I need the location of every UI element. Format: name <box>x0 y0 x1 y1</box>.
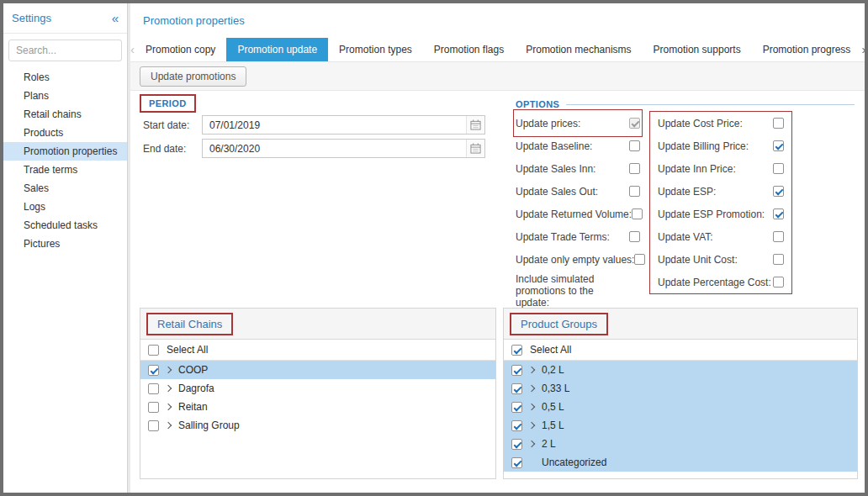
product-row-0-5l[interactable]: 0,5 L <box>504 398 857 416</box>
calendar-icon[interactable] <box>466 116 484 134</box>
update-prices-checkbox[interactable] <box>629 118 640 129</box>
option-label: Update only empty values: <box>516 254 634 266</box>
option-label: Update Cost Price: <box>658 118 743 129</box>
tab-promotion-flags[interactable]: Promotion flags <box>423 38 515 61</box>
tabs-scroll-right-icon[interactable]: › <box>861 38 865 61</box>
calendar-icon[interactable] <box>466 140 484 157</box>
update-vat-checkbox[interactable] <box>773 231 784 242</box>
expand-chevron-icon[interactable] <box>165 367 172 373</box>
salling-group-checkbox[interactable] <box>148 420 159 431</box>
row-label: Salling Group <box>178 419 240 431</box>
product-1-5l-checkbox[interactable] <box>511 420 522 431</box>
sidebar-item-trade-terms[interactable]: Trade terms <box>3 161 127 179</box>
product-row-1-5l[interactable]: 1,5 L <box>504 416 857 435</box>
uncategorized-checkbox[interactable] <box>511 457 522 468</box>
sidebar-item-plans[interactable]: Plans <box>3 87 127 105</box>
sidebar-item-promotion-properties[interactable]: Promotion properties <box>3 142 127 161</box>
retail-select-all-row[interactable]: Select All <box>140 340 495 361</box>
option-update-cost-price: Update Cost Price: <box>650 112 791 135</box>
start-date-value: 07/01/2019 <box>209 119 260 131</box>
update-cost-price-checkbox[interactable] <box>773 118 784 129</box>
reitan-checkbox[interactable] <box>148 402 159 413</box>
update-trade-terms-checkbox[interactable] <box>629 231 640 242</box>
update-esp-promotion-checkbox[interactable] <box>773 208 784 219</box>
tab-promotion-progress[interactable]: Promotion progress <box>752 38 862 61</box>
option-label: Update Returned Volume: <box>516 208 632 220</box>
update-sales-out-checkbox[interactable] <box>629 186 640 197</box>
update-baseline-checkbox[interactable] <box>629 140 640 151</box>
update-promotions-button[interactable]: Update promotions <box>140 66 246 87</box>
product-row-uncategorized[interactable]: Uncategorized <box>504 453 857 472</box>
sidebar-item-scheduled-tasks[interactable]: Scheduled tasks <box>3 216 127 235</box>
expand-chevron-icon[interactable] <box>528 367 535 373</box>
sidebar-item-roles[interactable]: Roles <box>3 68 127 87</box>
options-right-column-highlight-box: Update Cost Price: Update Billing Price:… <box>649 111 792 294</box>
expand-chevron-icon[interactable] <box>528 385 535 392</box>
retail-chains-list: COOP Dagrofa Reitan <box>140 361 495 435</box>
option-label: Update Billing Price: <box>658 140 749 152</box>
collapse-sidebar-icon[interactable]: « <box>112 11 119 25</box>
sidebar-item-pictures[interactable]: Pictures <box>3 235 127 253</box>
product-0-5l-checkbox[interactable] <box>511 402 522 413</box>
tab-promotion-supports[interactable]: Promotion supports <box>643 38 752 61</box>
coop-checkbox[interactable] <box>148 365 159 376</box>
tab-promotion-update[interactable]: Promotion update <box>226 38 328 61</box>
sidebar-item-sales[interactable]: Sales <box>3 179 127 198</box>
retail-row-salling-group[interactable]: Salling Group <box>140 416 495 435</box>
sidebar-item-logs[interactable]: Logs <box>3 198 127 216</box>
product-0-33l-checkbox[interactable] <box>511 383 522 394</box>
update-inn-price-checkbox[interactable] <box>773 163 784 174</box>
retail-row-coop[interactable]: COOP <box>140 361 495 379</box>
products-select-all-row[interactable]: Select All <box>504 340 857 361</box>
expand-chevron-icon[interactable] <box>528 422 535 429</box>
update-esp-checkbox[interactable] <box>773 186 784 197</box>
update-billing-price-checkbox[interactable] <box>773 140 784 151</box>
dagrofa-checkbox[interactable] <box>148 383 159 394</box>
row-label: 0,33 L <box>542 383 569 394</box>
sidebar-item-products[interactable]: Products <box>3 124 127 142</box>
update-percentage-cost-checkbox[interactable] <box>773 277 784 288</box>
option-label: Update Sales Inn: <box>516 163 595 175</box>
update-sales-inn-checkbox[interactable] <box>629 163 640 174</box>
option-label: Update Unit Cost: <box>658 254 738 266</box>
option-label: Update VAT: <box>658 231 713 243</box>
product-row-0-33l[interactable]: 0,33 L <box>504 379 857 398</box>
option-update-baseline: Update Baseline: <box>516 135 640 157</box>
update-returned-volume-checkbox[interactable] <box>632 208 643 219</box>
expand-chevron-icon[interactable] <box>528 441 535 447</box>
product-0-2l-checkbox[interactable] <box>511 365 522 376</box>
option-update-vat: Update VAT: <box>650 225 791 248</box>
retail-row-reitan[interactable]: Reitan <box>140 398 495 416</box>
tab-promotion-types[interactable]: Promotion types <box>328 38 423 61</box>
select-all-label: Select All <box>167 344 208 356</box>
product-groups-panel: Product Groups Select All 0,2 L 0, <box>503 308 858 479</box>
expand-chevron-icon[interactable] <box>528 404 535 410</box>
expand-chevron-icon[interactable] <box>165 404 172 410</box>
start-date-input[interactable]: 07/01/2019 <box>202 115 485 135</box>
expand-chevron-icon[interactable] <box>165 422 172 429</box>
product-2l-checkbox[interactable] <box>511 439 522 450</box>
tab-promotion-mechanisms[interactable]: Promotion mechanisms <box>515 38 642 61</box>
tab-promotion-copy[interactable]: Promotion copy <box>135 38 226 61</box>
option-label: Update Trade Terms: <box>516 231 610 243</box>
search-input[interactable] <box>8 40 122 61</box>
content-area: PERIOD Start date: 07/01/2019 End date: … <box>130 91 865 493</box>
retail-select-all-checkbox[interactable] <box>148 345 159 356</box>
option-update-billing-price: Update Billing Price: <box>650 135 791 157</box>
end-date-row: End date: 06/30/2020 <box>143 139 485 158</box>
row-label: COOP <box>178 364 208 376</box>
products-select-all-checkbox[interactable] <box>511 345 522 356</box>
end-date-input[interactable]: 06/30/2020 <box>202 139 485 158</box>
start-date-row: Start date: 07/01/2019 <box>143 115 485 135</box>
option-update-trade-terms: Update Trade Terms: <box>516 225 640 248</box>
app-window: Settings « Roles Plans Retail chains Pro… <box>0 0 868 496</box>
options-left-column: Update prices: Update Baseline: Update S… <box>516 112 640 293</box>
update-unit-cost-checkbox[interactable] <box>773 254 784 265</box>
sidebar-item-retail-chains[interactable]: Retail chains <box>3 105 127 124</box>
expand-chevron-icon[interactable] <box>165 385 172 392</box>
update-only-empty-values-checkbox[interactable] <box>634 254 645 265</box>
retail-row-dagrofa[interactable]: Dagrofa <box>140 379 495 398</box>
product-row-0-2l[interactable]: 0,2 L <box>504 361 857 379</box>
option-label: Update Percentage Cost: <box>658 277 771 288</box>
product-row-2l[interactable]: 2 L <box>504 435 857 453</box>
